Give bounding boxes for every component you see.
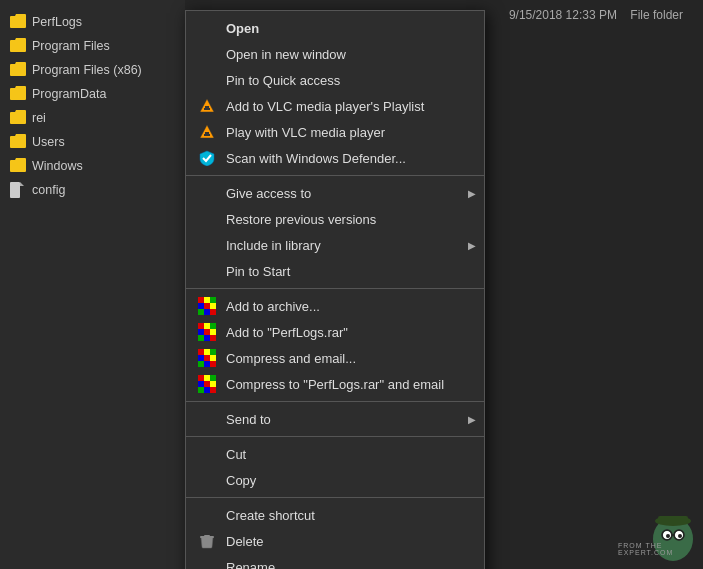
sidebar-item-programfiles[interactable]: Program Files <box>0 34 185 58</box>
svg-rect-14 <box>198 309 204 315</box>
winrar-icon <box>198 323 216 341</box>
sidebar-label: Windows <box>32 159 83 173</box>
menu-item-pin-quick-access[interactable]: Pin to Quick access <box>186 67 484 93</box>
menu-item-copy[interactable]: Copy <box>186 467 484 493</box>
folder-icon <box>10 86 26 102</box>
menu-item-send-to[interactable]: Send to <box>186 406 484 432</box>
svg-rect-24 <box>204 335 210 341</box>
svg-rect-36 <box>204 375 210 381</box>
sidebar-label: ProgramData <box>32 87 106 101</box>
svg-rect-26 <box>198 349 204 355</box>
sidebar: PerfLogs Program Files Program Files (x8… <box>0 0 185 569</box>
svg-point-52 <box>678 534 682 538</box>
folder-icon <box>10 158 26 174</box>
file-icon <box>10 182 26 198</box>
menu-item-create-shortcut[interactable]: Create shortcut <box>186 502 484 528</box>
svg-rect-31 <box>210 355 216 361</box>
sidebar-label: Program Files <box>32 39 110 53</box>
svg-rect-0 <box>10 182 20 198</box>
sidebar-item-windows[interactable]: Windows <box>0 154 185 178</box>
svg-marker-1 <box>20 182 24 186</box>
menu-item-add-perflogs-rar[interactable]: Add to "PerfLogs.rar" <box>186 319 484 345</box>
separator-2 <box>186 288 484 289</box>
svg-rect-32 <box>198 361 204 367</box>
menu-item-compress-perflogs-email[interactable]: Compress to "PerfLogs.rar" and email <box>186 371 484 397</box>
svg-rect-6 <box>204 134 210 136</box>
sidebar-item-programdata[interactable]: ProgramData <box>0 82 185 106</box>
folder-icon <box>10 134 26 150</box>
menu-item-add-vlc-playlist[interactable]: Add to VLC media player's Playlist <box>186 93 484 119</box>
sidebar-item-programfilesx86[interactable]: Program Files (x86) <box>0 58 185 82</box>
menu-item-include-library[interactable]: Include in library <box>186 232 484 258</box>
watermark-text: FROM THE EXPERT.COM <box>618 542 693 556</box>
menu-item-give-access[interactable]: Give access to <box>186 180 484 206</box>
sidebar-item-config[interactable]: config <box>0 178 185 202</box>
separator-5 <box>186 497 484 498</box>
menu-item-rename[interactable]: Rename <box>186 554 484 569</box>
sidebar-item-users[interactable]: Users <box>0 130 185 154</box>
menu-item-open-new-window[interactable]: Open in new window <box>186 41 484 67</box>
menu-item-compress-email[interactable]: Compress and email... <box>186 345 484 371</box>
sidebar-label: Users <box>32 135 65 149</box>
menu-item-pin-start[interactable]: Pin to Start <box>186 258 484 284</box>
context-menu: Open Open in new window Pin to Quick acc… <box>185 10 485 569</box>
menu-item-scan-defender[interactable]: Scan with Windows Defender... <box>186 145 484 171</box>
folder-icon <box>10 110 26 126</box>
svg-rect-8 <box>198 297 204 303</box>
svg-rect-45 <box>200 536 214 538</box>
watermark: FROM THE EXPERT.COM <box>618 509 698 564</box>
sidebar-label: PerfLogs <box>32 15 82 29</box>
svg-rect-11 <box>198 303 204 309</box>
svg-rect-43 <box>210 387 216 393</box>
svg-rect-29 <box>198 355 204 361</box>
svg-rect-3 <box>204 108 210 110</box>
svg-rect-19 <box>210 323 216 329</box>
svg-point-51 <box>666 534 670 538</box>
svg-rect-18 <box>204 323 210 329</box>
svg-rect-15 <box>204 309 210 315</box>
file-type: File folder <box>630 8 683 22</box>
svg-rect-20 <box>198 329 204 335</box>
winrar-icon <box>198 375 216 393</box>
folder-icon <box>10 38 26 54</box>
svg-rect-34 <box>210 361 216 367</box>
vlc-icon <box>198 97 216 115</box>
svg-rect-48 <box>658 516 688 523</box>
winrar-icon <box>198 297 216 315</box>
svg-rect-17 <box>198 323 204 329</box>
menu-item-add-archive[interactable]: Add to archive... <box>186 293 484 319</box>
svg-rect-37 <box>210 375 216 381</box>
svg-rect-13 <box>210 303 216 309</box>
sidebar-label: Program Files (x86) <box>32 63 142 77</box>
vlc-icon <box>198 123 216 141</box>
sidebar-item-perflogs[interactable]: PerfLogs <box>0 10 185 34</box>
file-info: 9/15/2018 12:33 PM File folder <box>509 8 683 22</box>
menu-item-open[interactable]: Open <box>186 15 484 41</box>
svg-marker-5 <box>200 125 214 138</box>
svg-rect-35 <box>198 375 204 381</box>
menu-item-play-vlc[interactable]: Play with VLC media player <box>186 119 484 145</box>
sidebar-item-rei[interactable]: rei <box>0 106 185 130</box>
svg-rect-7 <box>205 132 209 134</box>
sidebar-label: rei <box>32 111 46 125</box>
svg-rect-27 <box>204 349 210 355</box>
svg-rect-21 <box>204 329 210 335</box>
winrar-icon <box>198 349 216 367</box>
svg-rect-4 <box>205 106 209 108</box>
svg-rect-25 <box>210 335 216 341</box>
menu-item-restore-versions[interactable]: Restore previous versions <box>186 206 484 232</box>
svg-rect-30 <box>204 355 210 361</box>
svg-rect-23 <box>198 335 204 341</box>
svg-rect-40 <box>210 381 216 387</box>
folder-icon <box>10 62 26 78</box>
svg-marker-2 <box>200 99 214 112</box>
separator-3 <box>186 401 484 402</box>
svg-rect-38 <box>198 381 204 387</box>
separator-1 <box>186 175 484 176</box>
menu-item-cut[interactable]: Cut <box>186 441 484 467</box>
svg-rect-33 <box>204 361 210 367</box>
defender-icon <box>198 149 216 167</box>
file-date: 9/15/2018 12:33 PM <box>509 8 617 22</box>
menu-item-delete[interactable]: Delete <box>186 528 484 554</box>
folder-icon <box>10 14 26 30</box>
